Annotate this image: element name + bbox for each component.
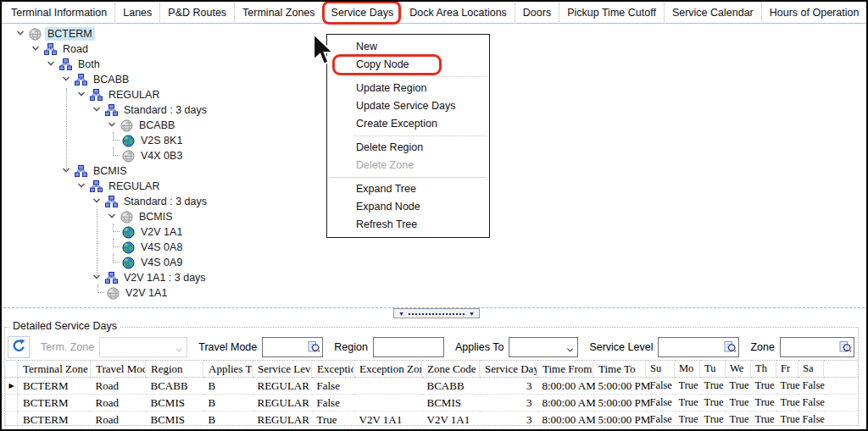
menu-item-update-region[interactable]: Update Region (327, 80, 489, 97)
cell: False (798, 378, 824, 395)
region-input[interactable] (373, 337, 444, 357)
col-header-su[interactable]: Su (646, 361, 675, 378)
tab-hours-of-operation[interactable]: Hours of Operation (762, 3, 868, 22)
col-header-region[interactable]: Region (146, 361, 203, 378)
menu-item-expand-tree[interactable]: Expand Tree (327, 180, 489, 198)
sitemap-icon (104, 195, 118, 208)
tab-pickup-time-cutoff[interactable]: Pickup Time Cutoff (559, 3, 665, 22)
menu-item-expand-node[interactable]: Expand Node (327, 198, 489, 216)
tab-service-calendar[interactable]: Service Calendar (665, 3, 762, 22)
tab-label: Service Calendar (672, 7, 754, 19)
table-row[interactable]: BCTERMRoadBCMISBREGULARFalseBCMIS38:00:0… (6, 395, 859, 412)
zone-input[interactable] (780, 337, 854, 357)
col-header-sa[interactable]: Sa (798, 361, 824, 378)
menu-item-copy-node[interactable]: Copy Node (327, 56, 489, 74)
menu-item-label: Create Exception (356, 118, 437, 130)
tab-p-d-routes[interactable]: P&D Routes (160, 3, 235, 22)
chevron-down-icon[interactable] (15, 28, 25, 41)
term-zone-select[interactable] (99, 337, 187, 357)
col-header-travel-mode[interactable]: Travel Mode (91, 361, 146, 378)
globe-gray-icon (121, 149, 135, 163)
tab-label: Terminal Zones (242, 7, 314, 19)
menu-item-create-exception[interactable]: Create Exception (327, 115, 489, 133)
tree-connector (113, 132, 120, 141)
tree-node-v4s-0a9[interactable]: V4S 0A9 (3, 255, 865, 270)
tab-doors[interactable]: Doors (515, 3, 559, 22)
cell: 5:00:00 PM (593, 395, 646, 412)
chevron-down-icon[interactable] (31, 43, 41, 56)
chevron-down-icon[interactable] (76, 180, 86, 193)
cell: False (798, 395, 824, 412)
service-level-input[interactable] (658, 337, 739, 357)
menu-item-label: Copy Node (356, 58, 409, 70)
menu-item-label: Update Region (356, 82, 426, 94)
row-selector[interactable] (6, 395, 18, 412)
cell: True (675, 378, 700, 395)
chevron-down-icon[interactable] (92, 104, 102, 117)
menu-item-new[interactable]: New (327, 38, 489, 56)
col-header-zone-code[interactable]: Zone Code (422, 361, 480, 378)
cell: Road (91, 395, 146, 412)
cell: False (798, 412, 824, 426)
chevron-down-icon[interactable] (107, 119, 117, 132)
zone-label: Zone (750, 341, 775, 353)
tab-lanes[interactable]: Lanes (115, 3, 160, 22)
tab-terminal-zones[interactable]: Terminal Zones (235, 3, 323, 22)
travel-mode-input[interactable] (262, 337, 323, 357)
chevron-down-icon[interactable] (92, 196, 102, 208)
menu-item-refresh-tree[interactable]: Refresh Tree (327, 216, 489, 234)
col-header-exception-zone[interactable]: Exception Zone (354, 361, 422, 378)
cell: True (700, 378, 726, 395)
col-header-exception[interactable]: Exception (312, 361, 354, 378)
col-header-applies-to[interactable]: Applies To (203, 361, 253, 378)
service-days-grid: Terminal ZoneTravel ModeRegionApplies To… (5, 360, 858, 425)
tree-node-v4s-0a8[interactable]: V4S 0A8 (3, 240, 865, 255)
menu-item-label: Expand Tree (356, 183, 416, 195)
tab-label: Pickup Time Cutoff (567, 7, 656, 19)
col-header-service-days[interactable]: Service Days (480, 361, 537, 378)
col-header-th[interactable]: Th (751, 361, 776, 378)
menu-separator (327, 74, 489, 80)
col-header-mo[interactable]: Mo (675, 361, 700, 378)
cell: B (203, 395, 253, 412)
applies-to-select[interactable] (509, 337, 578, 357)
refresh-button[interactable] (8, 336, 30, 358)
col-header-we[interactable]: We (726, 361, 751, 378)
col-header-terminal-zone[interactable]: Terminal Zone (18, 361, 91, 378)
menu-item-update-service-days[interactable]: Update Service Days (327, 97, 489, 115)
row-selector-header (6, 361, 18, 378)
sitemap-icon (58, 58, 72, 71)
cell-filler (824, 412, 859, 426)
sitemap-icon (104, 271, 118, 285)
table-row[interactable]: BCTERMRoadBCMISBREGULARTrueV2V 1A1V2V 1A… (6, 412, 859, 426)
globe-green-icon (121, 225, 135, 239)
col-header-time-to[interactable]: Time To (593, 361, 646, 378)
row-selector[interactable] (6, 412, 18, 426)
tab-terminal-information[interactable]: Terminal Information (3, 3, 115, 22)
cell: Road (91, 412, 146, 426)
menu-item-delete-region[interactable]: Delete Region (327, 139, 489, 157)
tab-bar: Terminal InformationLanesP&D RoutesTermi… (2, 2, 866, 24)
tab-label: Terminal Information (11, 7, 107, 19)
tree-node-v2v-1a1-3-days[interactable]: V2V 1A1 : 3 days (3, 270, 865, 285)
tab-dock-area-locations[interactable]: Dock Area Locations (402, 3, 515, 22)
cell: True (700, 412, 726, 426)
row-selector[interactable]: ▶ (6, 378, 18, 395)
col-header-service-level[interactable]: Service Level (253, 361, 312, 378)
col-header-tu[interactable]: Tu (700, 361, 726, 378)
globe-gray-icon (120, 119, 133, 132)
chevron-down-icon[interactable] (61, 74, 71, 86)
chevron-down-icon[interactable] (46, 58, 56, 71)
splitter-collapse-handle[interactable]: ▼ ▼ (393, 308, 480, 318)
chevron-down-icon[interactable] (76, 89, 86, 102)
col-header-time-from[interactable]: Time From (537, 361, 593, 378)
tree-node-v2v-1a1[interactable]: V2V 1A1 (3, 285, 865, 301)
tab-service-days[interactable]: Service Days (324, 3, 403, 22)
cell: False (646, 378, 675, 395)
cell: False (646, 412, 675, 426)
chevron-down-icon[interactable] (107, 211, 117, 224)
table-row[interactable]: ▶BCTERMRoadBCABBBREGULARFalseBCABB38:00:… (6, 378, 859, 395)
tab-label: P&D Routes (168, 7, 226, 19)
col-header-fr[interactable]: Fr (776, 361, 798, 378)
cell: True (312, 412, 354, 426)
